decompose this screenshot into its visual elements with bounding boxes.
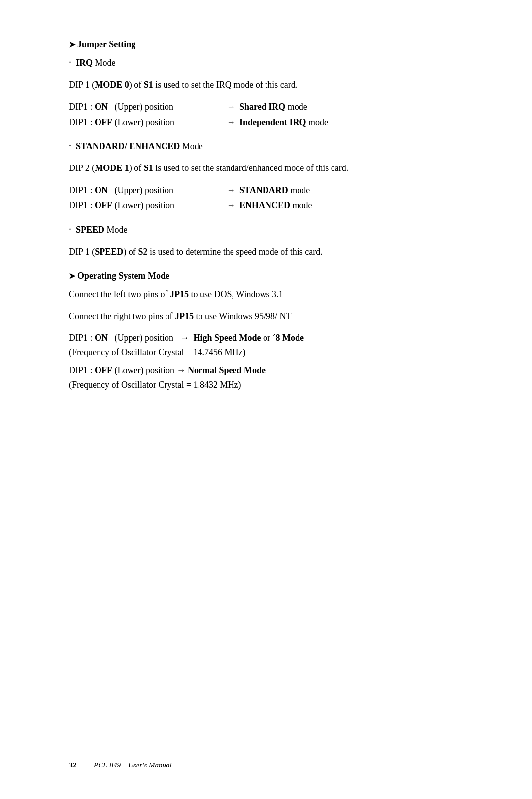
irq-on-arrow: → xyxy=(227,102,235,112)
page-number: 32 xyxy=(69,761,84,769)
off-bold-op: OFF xyxy=(95,366,112,375)
speed-section: · SPEED Mode DIP 1 (SPEED) of S2 is used… xyxy=(69,223,473,259)
speed-dip-bold: SPEED xyxy=(95,247,123,257)
page-footer: 32 PCL-849 User's Manual xyxy=(69,761,473,769)
standard-section: · STANDARD/ ENHANCED Mode DIP 2 (MODE 1)… xyxy=(69,139,473,211)
standard-off-right: ENHANCED mode xyxy=(239,200,312,211)
operating-on-row: DIP1 : ON (Upper) position → High Speed … xyxy=(69,331,473,360)
operating-off-row: DIP1 : OFF (Lower) position → Normal Spe… xyxy=(69,364,473,392)
operating-line2: Connect the right two pins of JP15 to us… xyxy=(69,309,473,324)
standard-bold: STANDARD/ ENHANCED xyxy=(76,141,180,151)
irq-bold: IRQ xyxy=(76,58,93,67)
standard-off-arrow: → xyxy=(227,200,235,211)
irq-heading-line: · IRQ Mode xyxy=(69,56,473,70)
jumper-setting-label: Jumper Setting xyxy=(77,39,135,50)
8mode-bold: 8 Mode xyxy=(276,333,304,343)
irq-off-right: Independent IRQ mode xyxy=(239,117,328,128)
standard-row-off: DIP1 : OFF (Lower) position → ENHANCED m… xyxy=(69,200,473,211)
bullet-dot-speed: · xyxy=(69,224,71,234)
page-container: Jumper Setting · IRQ Mode DIP 1 (MODE 0)… xyxy=(0,0,532,799)
standard-on-left: DIP1 : ON (Upper) position xyxy=(69,185,227,196)
jumper-setting-section: Jumper Setting · IRQ Mode DIP 1 (MODE 0)… xyxy=(69,39,473,259)
standard-desc: DIP 2 (MODE 1) of S1 is used to set the … xyxy=(69,161,473,175)
s1-bold-std: S1 xyxy=(144,163,153,173)
mode0-bold: MODE 0 xyxy=(95,80,129,90)
footer-product: PCL-849 User's Manual xyxy=(94,761,172,769)
standard-row-on: DIP1 : ON (Upper) position → STANDARD mo… xyxy=(69,185,473,196)
high-speed-freq: (Frequency of Oscillator Crystal = 14.74… xyxy=(69,347,246,357)
irq-section: · IRQ Mode DIP 1 (MODE 0) of S1 is used … xyxy=(69,56,473,128)
s2-bold: S2 xyxy=(138,247,147,257)
standard-on-right: STANDARD mode xyxy=(239,185,310,196)
operating-label: Operating System Mode xyxy=(77,271,169,281)
irq-on-left: DIP1 : ON (Upper) position xyxy=(69,102,227,112)
irq-desc: DIP 1 (MODE 0) of S1 is used to set the … xyxy=(69,78,473,92)
standard-off-left: DIP1 : OFF (Lower) position xyxy=(69,200,227,211)
normal-speed-bold: Normal Speed Mode xyxy=(188,366,266,375)
speed-heading-line: · SPEED Mode xyxy=(69,223,473,237)
speed-bold: SPEED xyxy=(76,225,104,234)
irq-row-off: DIP1 : OFF (Lower) position → Independen… xyxy=(69,117,473,128)
mode1-bold: MODE 1 xyxy=(95,163,129,173)
operating-heading: Operating System Mode xyxy=(69,271,473,281)
standard-on-arrow: → xyxy=(227,185,235,196)
irq-off-arrow: → xyxy=(227,117,235,128)
jumper-setting-heading: Jumper Setting xyxy=(69,39,473,50)
irq-on-right: Shared IRQ mode xyxy=(239,102,307,112)
jp15-bold-1: JP15 xyxy=(170,289,189,299)
on-bold-op: ON xyxy=(95,333,108,343)
jp15-bold-2: JP15 xyxy=(175,311,194,321)
irq-off-left: DIP1 : OFF (Lower) position xyxy=(69,117,227,128)
standard-heading-line: · STANDARD/ ENHANCED Mode xyxy=(69,139,473,154)
irq-row-on: DIP1 : ON (Upper) position → Shared IRQ … xyxy=(69,102,473,112)
s1-bold-irq: S1 xyxy=(144,80,153,90)
high-speed-bold: High Speed Mode xyxy=(194,333,261,343)
bullet-dot-standard: · xyxy=(69,140,71,151)
speed-desc: DIP 1 (SPEED) of S2 is used to determine… xyxy=(69,245,473,259)
normal-speed-freq: (Frequency of Oscillator Crystal = 1.843… xyxy=(69,380,241,390)
standard-dip-table: DIP1 : ON (Upper) position → STANDARD mo… xyxy=(69,185,473,211)
bullet-dot-irq: · xyxy=(69,57,71,67)
operating-line1: Connect the left two pins of JP15 to use… xyxy=(69,287,473,301)
irq-dip-table: DIP1 : ON (Upper) position → Shared IRQ … xyxy=(69,102,473,128)
operating-section: Operating System Mode Connect the left t… xyxy=(69,271,473,392)
